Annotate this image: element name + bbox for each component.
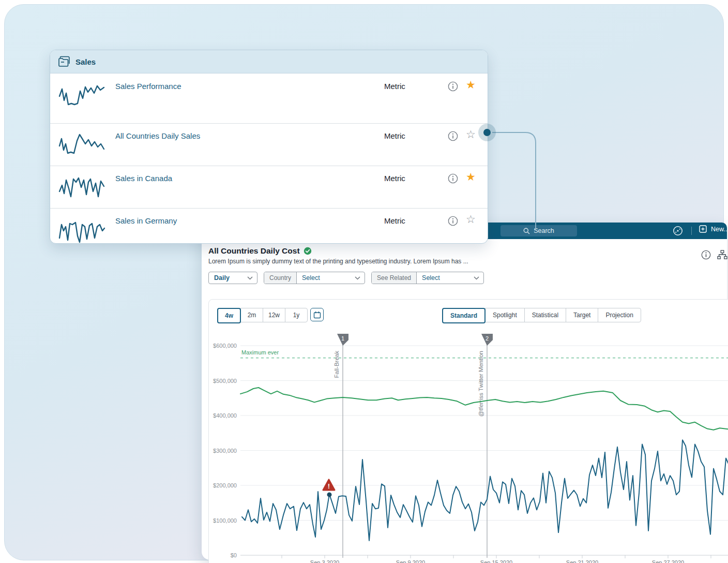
lineage-sitemap-icon[interactable] <box>717 250 727 260</box>
period-dropdown-value: Daily <box>209 274 235 282</box>
sparkline-icon <box>58 173 106 201</box>
calendar-icon <box>313 311 321 319</box>
favorite-star[interactable]: ☆ <box>466 214 476 225</box>
search-input[interactable]: Search <box>501 225 577 236</box>
info-icon[interactable] <box>448 216 458 226</box>
chart-container <box>208 299 728 563</box>
new-button[interactable]: New... <box>699 225 727 233</box>
metric-name-link[interactable]: Sales in Germany <box>115 216 177 225</box>
info-icon[interactable] <box>448 131 458 141</box>
period-dropdown[interactable]: Daily <box>208 272 257 284</box>
folder-icon <box>58 56 70 67</box>
plus-square-icon <box>699 225 707 233</box>
info-icon[interactable] <box>448 173 458 184</box>
metric-name-link[interactable]: All Countries Daily Sales <box>115 131 200 140</box>
see-related-label: See Related <box>372 272 417 284</box>
sparkline-icon <box>58 130 106 158</box>
tab-spotlight[interactable]: Spotlight <box>485 308 525 322</box>
range-button-1y[interactable]: 1y <box>285 308 308 322</box>
country-dropdown-label: Country <box>264 272 297 284</box>
chevron-down-icon <box>355 276 360 280</box>
info-icon[interactable] <box>701 250 711 260</box>
metric-name-link[interactable]: Sales Performance <box>115 82 181 91</box>
metric-detail-panel: Search New... All Countries Daily Cost <box>202 223 727 560</box>
tab-standard[interactable]: Standard <box>442 308 486 323</box>
range-button-2m[interactable]: 2m <box>240 308 263 322</box>
calendar-button[interactable] <box>310 308 324 321</box>
metric-row-all-countries-daily-sales[interactable]: All Countries Daily Sales Metric ☆ <box>50 123 488 166</box>
metric-type-label: Metric <box>384 216 405 225</box>
time-range-selector: 4w 2m 12w 1y <box>217 308 308 323</box>
tab-target[interactable]: Target <box>566 308 598 322</box>
search-icon <box>523 228 530 234</box>
chevron-down-icon <box>474 276 479 280</box>
favorite-star[interactable]: ★ <box>466 79 476 90</box>
sales-card-title: Sales <box>75 57 96 66</box>
info-icon[interactable] <box>448 81 458 92</box>
country-dropdown-value: Select <box>297 274 355 282</box>
metric-name-link[interactable]: Sales in Canada <box>115 174 172 183</box>
metric-row-sales-in-canada[interactable]: Sales in Canada Metric ★ <box>50 166 488 208</box>
metric-type-label: Metric <box>384 131 405 140</box>
explore-icon[interactable] <box>672 225 684 236</box>
range-button-4w[interactable]: 4w <box>217 308 241 323</box>
tab-statistical[interactable]: Statistical <box>524 308 566 322</box>
search-label: Search <box>534 227 554 234</box>
tab-projection[interactable]: Projection <box>598 308 641 322</box>
favorite-star[interactable]: ☆ <box>466 129 476 140</box>
sales-collection-card: Sales Sales Performance Metric ★ All Cou… <box>50 50 488 244</box>
country-dropdown[interactable]: Country Select <box>264 272 365 284</box>
metric-row-sales-in-germany[interactable]: Sales in Germany Metric ☆ <box>50 208 488 250</box>
metric-description: Lorem Ipsum is simply dummy text of the … <box>208 258 468 265</box>
sparkline-icon <box>58 215 106 243</box>
metric-row-sales-performance[interactable]: Sales Performance Metric ★ <box>50 73 488 116</box>
sparkline-icon <box>58 81 106 109</box>
app-screenshot: Search New... All Countries Daily Cost <box>0 0 728 563</box>
favorite-star[interactable]: ★ <box>466 171 476 182</box>
chevron-down-icon <box>247 276 253 280</box>
view-mode-tabs: Standard Spotlight Statistical Target Pr… <box>442 308 641 323</box>
sales-card-header: Sales <box>50 50 488 73</box>
metric-type-label: Metric <box>384 82 405 91</box>
new-button-label: New... <box>711 226 727 233</box>
range-button-12w[interactable]: 12w <box>263 308 285 322</box>
see-related-value: Select <box>417 274 474 282</box>
see-related-dropdown[interactable]: See Related Select <box>371 272 484 284</box>
topbar-divider <box>691 227 692 235</box>
metric-type-label: Metric <box>384 174 405 183</box>
